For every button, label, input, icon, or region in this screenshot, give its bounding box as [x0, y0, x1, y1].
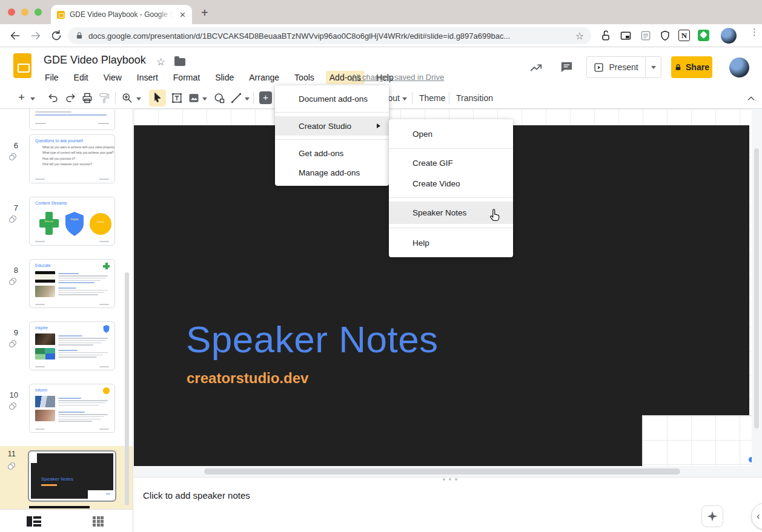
present-dropdown[interactable]	[645, 57, 661, 77]
thumb-bullet: How will you measure your success?	[42, 162, 109, 166]
thumb-corner-cut	[31, 453, 37, 463]
menu-edit[interactable]: Edit	[70, 71, 92, 84]
zoom-dropdown-icon[interactable]	[136, 97, 141, 100]
video-thumb	[35, 333, 55, 345]
traffic-minimize-button[interactable]	[21, 8, 28, 16]
shape-icon[interactable]	[213, 92, 225, 104]
line-dropdown-icon[interactable]	[245, 97, 250, 100]
slide-thumbnail-8[interactable]: Educate	[29, 259, 115, 308]
browser-menu-icon[interactable]: ⋮	[750, 30, 759, 33]
video-thumb	[35, 410, 55, 421]
filmstrip-scrollbar[interactable]	[125, 272, 129, 505]
new-slide-dropdown-icon[interactable]	[30, 97, 35, 100]
thumb-title: Educate	[35, 263, 109, 268]
extension-feedly-icon[interactable]	[698, 30, 709, 41]
grid-view-icon[interactable]	[93, 516, 104, 527]
traffic-zoom-button[interactable]	[35, 8, 42, 16]
slide-thumbnail-5-partial[interactable]	[29, 109, 115, 130]
saved-status[interactable]: All changes saved in Drive	[351, 73, 444, 82]
submenu-item-create-video[interactable]: Create Video	[389, 173, 513, 194]
image-dropdown-icon[interactable]	[202, 97, 207, 100]
present-button[interactable]: Present	[586, 56, 661, 78]
menu-item-document-addons[interactable]: Document add-ons	[275, 89, 389, 108]
menu-view[interactable]: View	[100, 71, 125, 84]
extension-shield-icon[interactable]	[659, 30, 671, 42]
app-menubar: File Edit View Insert Format Slide Arran…	[41, 70, 397, 85]
transition-button[interactable]: Transition	[456, 93, 493, 103]
canvas-hscrollbar[interactable]	[204, 468, 680, 475]
select-tool-active-bg[interactable]	[149, 90, 166, 107]
menu-item-manage-addons[interactable]: Manage add-ons	[275, 163, 389, 182]
new-tab-button[interactable]: +	[201, 6, 208, 20]
explore-button[interactable]	[701, 505, 723, 527]
notes-resize-handle[interactable]	[443, 478, 457, 481]
slides-logo[interactable]	[13, 53, 31, 78]
traffic-close-button[interactable]	[8, 8, 15, 16]
print-icon[interactable]	[81, 92, 93, 104]
menu-divider	[389, 228, 513, 228]
browser-tab-strip: GDE Video Playbook - Google S ✕ +	[0, 0, 762, 24]
slide-thumbnail-9[interactable]: Inspire	[29, 321, 115, 370]
menu-item-creator-studio[interactable]: Creator Studio	[275, 116, 389, 136]
notes-placeholder[interactable]: Click to add speaker notes	[143, 490, 250, 501]
slide-thumbnail-10[interactable]: Inform	[29, 384, 115, 433]
layout-dropdown-icon[interactable]	[402, 97, 407, 100]
toolbar-separator	[449, 92, 449, 104]
browser-profile-avatar[interactable]	[721, 28, 737, 44]
extension-pip-icon[interactable]	[620, 30, 632, 42]
submenu-item-open[interactable]: Open	[389, 123, 513, 145]
slide-thumbnail-11-selected[interactable]: Speaker Notes	[28, 450, 116, 502]
insert-comment-icon[interactable]: +	[259, 91, 272, 104]
video-thumb	[35, 286, 55, 297]
menu-file[interactable]: File	[41, 71, 62, 84]
new-slide-button[interactable]: +	[18, 91, 25, 104]
browser-tab[interactable]: GDE Video Playbook - Google S ✕	[51, 5, 192, 24]
reload-icon[interactable]	[50, 29, 63, 42]
collapse-toolbar-icon[interactable]	[746, 94, 756, 103]
menu-tools[interactable]: Tools	[291, 71, 318, 84]
slide-subtitle-text[interactable]: creatorstudio.dev	[187, 370, 308, 387]
forward-icon[interactable]	[29, 29, 42, 42]
zoom-icon[interactable]	[121, 92, 133, 104]
paint-format-icon[interactable]	[98, 92, 110, 104]
textbox-icon[interactable]	[171, 92, 183, 104]
menu-insert[interactable]: Insert	[133, 71, 162, 84]
share-button[interactable]: Share	[671, 56, 712, 78]
undo-icon[interactable]	[47, 92, 59, 104]
canvas-vscrollbar[interactable]	[754, 148, 759, 429]
activity-icon[interactable]	[529, 61, 543, 74]
line-tool-icon[interactable]	[230, 92, 242, 104]
doc-title[interactable]: GDE Video Playbook	[44, 54, 146, 67]
move-folder-icon[interactable]	[174, 58, 185, 66]
extension-unlocked-icon[interactable]	[600, 30, 612, 42]
bookmark-star-icon[interactable]: ☆	[575, 30, 584, 42]
filmstrip-view-icon[interactable]	[27, 516, 41, 527]
submenu-item-create-gif[interactable]: Create GIF	[389, 153, 513, 173]
menu-item-get-addons[interactable]: Get add-ons	[275, 143, 389, 163]
video-thumb	[35, 271, 55, 283]
thumb-title: Content Streams	[35, 201, 109, 205]
redo-icon[interactable]	[64, 92, 76, 104]
tab-close-icon[interactable]: ✕	[179, 11, 186, 19]
star-doc-icon[interactable]: ☆	[156, 56, 165, 68]
menu-slide[interactable]: Slide	[211, 71, 237, 84]
extension-notion-icon[interactable]: N	[678, 30, 690, 41]
share-label: Share	[686, 62, 709, 72]
extension-reader-icon[interactable]	[640, 30, 652, 42]
slide-thumbnail-12-peek[interactable]	[29, 506, 90, 508]
slide-title-text[interactable]: Speaker Notes	[186, 318, 439, 361]
theme-button[interactable]: Theme	[419, 93, 446, 103]
menu-arrange[interactable]: Arrange	[245, 71, 283, 84]
url-bar[interactable]: docs.google.com/presentation/d/1BCVCAKS4…	[68, 27, 591, 44]
submenu-item-help[interactable]: Help	[389, 232, 513, 254]
back-icon[interactable]	[8, 29, 22, 42]
speaker-notes-area[interactable]: Click to add speaker notes	[134, 478, 762, 532]
account-avatar[interactable]	[729, 57, 749, 77]
slide-thumbnail-6[interactable]: Questions to ask yourself What do you wa…	[29, 134, 115, 183]
share-lock-icon	[674, 64, 682, 71]
image-icon[interactable]	[188, 92, 200, 104]
comment-icon[interactable]	[560, 60, 574, 74]
menu-format[interactable]: Format	[170, 71, 204, 84]
slide-thumbnail-7[interactable]: Content Streams Educate Inspire Inform	[29, 197, 115, 246]
menu-divider	[389, 148, 513, 149]
